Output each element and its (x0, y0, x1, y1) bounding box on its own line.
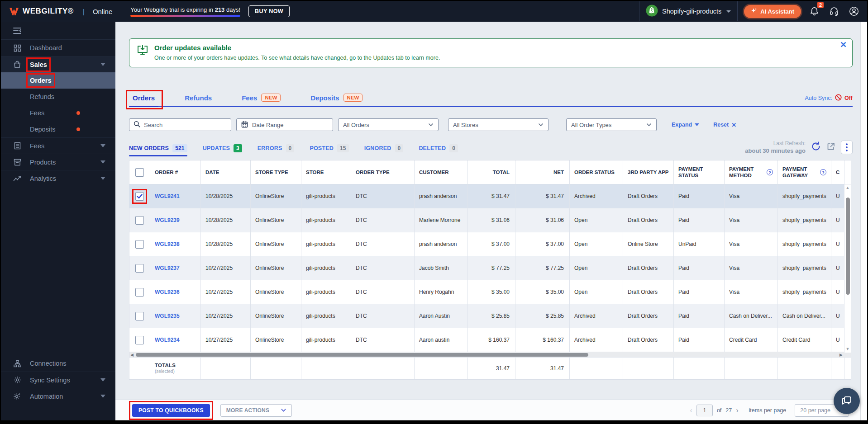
row-checkbox[interactable] (135, 168, 144, 177)
table-row: WGL923710/27/2025OnlineStoregili-product… (129, 256, 851, 280)
totals-total-value: 31.47 (496, 365, 510, 372)
next-page-button[interactable]: › (736, 406, 738, 415)
notifications-button[interactable]: 2 (807, 5, 821, 18)
sidebar-item-refunds[interactable]: Refunds (1, 89, 115, 105)
column-header-store[interactable]: STORE (301, 160, 351, 184)
table-options-button[interactable] (841, 141, 853, 154)
status-tab-ignored[interactable]: IGNORED0 (364, 144, 404, 156)
cell-order_type: DTC (351, 232, 415, 256)
info-icon[interactable]: ? (820, 169, 826, 175)
search-input[interactable] (144, 122, 227, 128)
column-header-order_type[interactable]: ORDER TYPE (351, 160, 415, 184)
row-checkbox[interactable] (135, 264, 144, 273)
column-header-gateway[interactable]: PAYMENT GATEWAY? (778, 160, 831, 184)
sidebar-item-products[interactable]: Products (1, 154, 115, 170)
row-checkbox[interactable] (135, 336, 144, 344)
row-checkbox[interactable] (135, 312, 144, 320)
last-refresh: Last Refresh: about 30 minutes ago (745, 140, 806, 155)
column-header-extra[interactable]: C (831, 160, 844, 184)
row-checkbox-checked[interactable] (135, 192, 144, 201)
sidebar-item-sales[interactable]: Sales (1, 56, 115, 72)
column-header-pay_method[interactable]: PAYMENT METHOD? (725, 160, 778, 184)
more-actions-dropdown[interactable]: MORE ACTIONS (220, 404, 292, 417)
column-header-store_type[interactable]: STORE TYPE (251, 160, 301, 184)
page-scrollbar[interactable] (860, 22, 867, 420)
tab-fees[interactable]: FeesNEW (238, 94, 284, 106)
sidebar-item-sync-settings[interactable]: Sync Settings (1, 372, 115, 388)
vertical-scrollbar[interactable]: ▲ ▼ (844, 184, 851, 353)
order-types-filter-dropdown[interactable]: All Order Types (566, 118, 657, 131)
reset-label: Reset (713, 122, 729, 128)
status-tab-updates[interactable]: UPDATES3 (203, 144, 242, 156)
cell-check (129, 256, 150, 280)
last-refresh-label: Last Refresh: (745, 140, 806, 147)
status-tab-deleted[interactable]: DELETED0 (419, 144, 458, 156)
close-icon[interactable]: ✕ (840, 41, 847, 49)
support-headset-button[interactable] (827, 5, 841, 18)
chat-widget-button[interactable] (834, 388, 860, 414)
sidebar-item-analytics[interactable]: Analytics (1, 170, 115, 186)
date-range-picker[interactable]: Date Range (236, 118, 333, 131)
status-tab-posted[interactable]: POSTED15 (310, 144, 348, 156)
cell-date: 10/27/2025 (201, 304, 251, 328)
post-to-quickbooks-button[interactable]: POST TO QUICKBOOKS (132, 404, 210, 417)
refresh-icon[interactable] (811, 141, 821, 153)
prev-page-button[interactable]: ‹ (690, 406, 692, 415)
export-icon[interactable] (826, 142, 835, 153)
buy-now-button[interactable]: BUY NOW (248, 5, 290, 17)
sidebar-item-automation[interactable]: Automation (1, 388, 115, 404)
stores-filter-dropdown[interactable]: All Stores (448, 118, 548, 131)
sidebar-item-fees[interactable]: Fees (1, 105, 115, 121)
order-number-link[interactable]: WGL9237 (155, 265, 180, 271)
row-checkbox[interactable] (135, 216, 144, 225)
horizontal-scrollbar[interactable]: ◀ ▶ (129, 352, 851, 358)
status-tab-count: 0 (395, 144, 404, 152)
sidebar-collapse-button[interactable] (1, 22, 115, 40)
page-number-input[interactable] (696, 405, 713, 416)
column-header-customer[interactable]: CUSTOMER (415, 160, 468, 184)
order-number-link[interactable]: WGL9235 (155, 313, 180, 319)
tab-deposits[interactable]: DepositsNEW (307, 94, 366, 106)
orders-filter-dropdown[interactable]: All Orders (338, 118, 439, 131)
column-header-net[interactable]: NET (515, 160, 570, 184)
tab-orders[interactable]: Orders (129, 94, 158, 106)
totals-cell-status (570, 358, 623, 379)
tab-refunds[interactable]: Refunds (181, 94, 215, 106)
ai-assistant-button[interactable]: AI Assistant (744, 5, 801, 18)
cell-app: Draft Orders (623, 304, 674, 328)
cell-pay_method: Visa (725, 232, 778, 256)
row-checkbox[interactable] (135, 240, 144, 249)
account-button[interactable] (847, 5, 861, 18)
status-tab-new-orders[interactable]: NEW ORDERS521 (129, 144, 187, 156)
column-header-app[interactable]: 3RD PARTY APP (623, 160, 674, 184)
cell-order_type: DTC (351, 328, 415, 352)
cell-extra: U (831, 184, 844, 208)
column-header-pay_status[interactable]: PAYMENT STATUS (674, 160, 725, 184)
reset-link[interactable]: Reset ✕ (713, 122, 736, 128)
totals-cell-pay_method (725, 358, 778, 379)
info-icon[interactable]: ? (767, 169, 773, 175)
column-header-order[interactable]: ORDER # (150, 160, 201, 184)
order-number-link[interactable]: WGL9239 (155, 217, 180, 223)
status-tab-errors[interactable]: ERRORS0 (258, 144, 295, 156)
cell-total: $ 37.00 (468, 232, 515, 256)
expand-link[interactable]: Expand (672, 122, 699, 128)
store-selector[interactable]: Shopify-gili-products (646, 5, 731, 19)
sidebar-item-orders[interactable]: Orders (1, 72, 115, 89)
order-number-link[interactable]: WGL9238 (155, 241, 180, 247)
totals-cell-gateway (778, 358, 831, 379)
sidebar-item-deposits[interactable]: Deposits (1, 121, 115, 137)
sidebar-item-fees[interactable]: Fees (1, 137, 115, 154)
order-number-link[interactable]: WGL9234 (155, 337, 180, 343)
column-header-total[interactable]: TOTAL (468, 160, 515, 184)
column-header-date[interactable]: DATE (201, 160, 251, 184)
order-number-link[interactable]: WGL9236 (155, 289, 180, 295)
sidebar-item-dashboard[interactable]: Dashboard (1, 40, 115, 56)
sidebar-item-connections[interactable]: Connections (1, 355, 115, 372)
cell-total: $ 31.47 (468, 184, 515, 208)
column-header-label: CUSTOMER (419, 169, 449, 175)
total-pages: 27 (725, 407, 732, 414)
row-checkbox[interactable] (135, 288, 144, 297)
column-header-status[interactable]: ORDER STATUS (570, 160, 623, 184)
order-number-link[interactable]: WGL9241 (155, 193, 180, 199)
